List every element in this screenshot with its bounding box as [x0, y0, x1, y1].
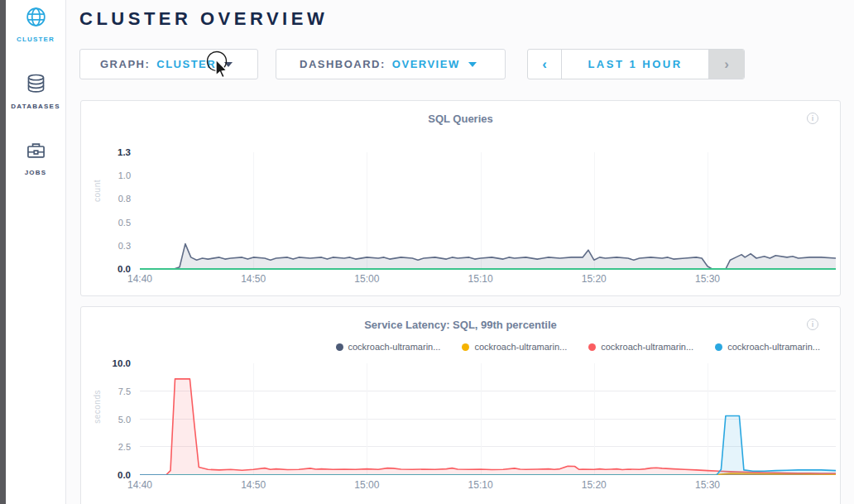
- legend-dot-icon: [336, 343, 343, 351]
- sidebar-item-label: JOBS: [6, 169, 65, 176]
- legend-label: cockroach-ultramarin...: [727, 342, 820, 352]
- x-tick-label: 15:10: [468, 273, 493, 285]
- dashboard-dropdown-value: OVERVIEW: [392, 58, 460, 70]
- y-axis-ticks: 0.02.55.07.510.0: [96, 363, 131, 475]
- x-tick-label: 15:00: [354, 273, 379, 285]
- chart-series-svg: [140, 152, 836, 269]
- chevron-down-icon: [224, 62, 233, 67]
- sidebar-item-label: DATABASES: [6, 103, 65, 110]
- x-tick-label: 15:20: [582, 479, 607, 491]
- chart-legend: cockroach-ultramarin...cockroach-ultrama…: [81, 342, 820, 352]
- y-tick-label: 0.3: [118, 241, 131, 251]
- databases-icon: [25, 73, 47, 95]
- legend-item[interactable]: cockroach-ultramarin...: [336, 342, 441, 352]
- chart-plot-area[interactable]: 14:4014:5015:0015:1015:2015:30: [140, 152, 836, 269]
- graph-dropdown-value: CLUSTER: [156, 58, 216, 70]
- x-axis-line: [140, 268, 836, 270]
- x-tick-label: 14:50: [241, 479, 266, 491]
- time-range-button[interactable]: LAST 1 HOUR: [561, 50, 709, 79]
- dashboard-dropdown-label: DASHBOARD:: [300, 58, 386, 70]
- page-title: CLUSTER OVERVIEW: [79, 8, 328, 30]
- y-tick-label: 10.0: [113, 358, 131, 368]
- legend-item[interactable]: cockroach-ultramarin...: [462, 342, 567, 352]
- sidebar-item-cluster[interactable]: CLUSTER: [6, 6, 65, 43]
- y-tick-label: 1.3: [118, 147, 131, 157]
- window-edge-strip: [0, 0, 6, 504]
- info-icon[interactable]: i: [807, 319, 818, 330]
- chart-series-svg: [140, 363, 836, 475]
- legend-item[interactable]: cockroach-ultramarin...: [715, 342, 820, 352]
- x-tick-label: 15:30: [695, 479, 720, 491]
- sql-queries-chart-card: SQL Queries i count 0.00.30.50.81.01.3 1…: [80, 100, 841, 296]
- briefcase-icon: [25, 139, 47, 161]
- chart-title: SQL Queries: [81, 113, 840, 125]
- x-tick-label: 15:00: [354, 479, 379, 491]
- x-tick-label: 15:20: [582, 273, 607, 285]
- globe-icon: [25, 6, 47, 28]
- graph-dropdown[interactable]: GRAPH: CLUSTER: [79, 49, 258, 79]
- graph-dropdown-label: GRAPH:: [100, 58, 150, 70]
- legend-label: cockroach-ultramarin...: [348, 342, 441, 352]
- dashboard-dropdown[interactable]: DASHBOARD: OVERVIEW: [276, 49, 506, 79]
- chevron-down-icon: [468, 62, 477, 67]
- y-tick-label: 0.5: [118, 218, 131, 228]
- y-axis-ticks: 0.00.30.50.81.01.3: [96, 152, 131, 269]
- x-tick-label: 15:10: [468, 479, 493, 491]
- x-tick-label: 14:40: [127, 479, 152, 491]
- service-latency-chart-card: Service Latency: SQL, 99th percentile i …: [80, 306, 841, 504]
- legend-dot-icon: [715, 343, 722, 351]
- legend-label: cockroach-ultramarin...: [601, 342, 693, 352]
- time-window-nav: ‹ LAST 1 HOUR ›: [527, 49, 745, 79]
- time-prev-button[interactable]: ‹: [528, 50, 561, 79]
- sidebar-item-jobs[interactable]: JOBS: [6, 139, 65, 176]
- y-tick-label: 1.0: [118, 170, 131, 180]
- x-tick-label: 14:50: [241, 273, 266, 285]
- sidebar: CLUSTER DATABASES JOBS: [6, 0, 66, 504]
- sidebar-item-databases[interactable]: DATABASES: [6, 73, 65, 110]
- y-tick-label: 5.0: [118, 415, 131, 425]
- chart-title: Service Latency: SQL, 99th percentile: [81, 319, 840, 331]
- x-tick-label: 15:30: [695, 273, 720, 285]
- info-icon[interactable]: i: [807, 113, 818, 124]
- y-tick-label: 2.5: [118, 442, 131, 452]
- legend-dot-icon: [588, 343, 596, 351]
- cluster-overview-page: CLUSTER DATABASES JOBS CLUSTER OVERVIEW …: [0, 0, 854, 504]
- legend-item[interactable]: cockroach-ultramarin...: [588, 342, 693, 352]
- time-next-button[interactable]: ›: [709, 50, 744, 79]
- y-tick-label: 7.5: [118, 386, 131, 396]
- legend-label: cockroach-ultramarin...: [474, 342, 567, 352]
- chart-plot-area[interactable]: 14:4014:5015:0015:1015:2015:30: [140, 363, 836, 475]
- y-tick-label: 0.8: [118, 194, 131, 204]
- sidebar-item-label: CLUSTER: [6, 36, 65, 43]
- legend-dot-icon: [462, 343, 469, 351]
- x-tick-label: 14:40: [127, 273, 152, 285]
